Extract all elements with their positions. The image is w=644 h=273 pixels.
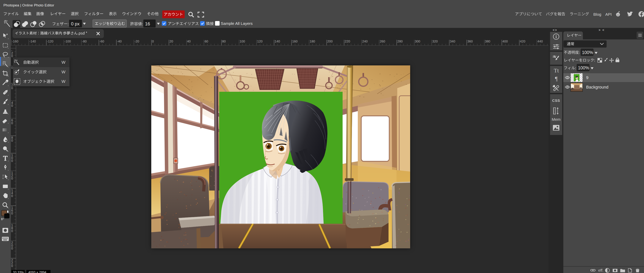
svg-text:eff.: eff. xyxy=(598,268,604,273)
